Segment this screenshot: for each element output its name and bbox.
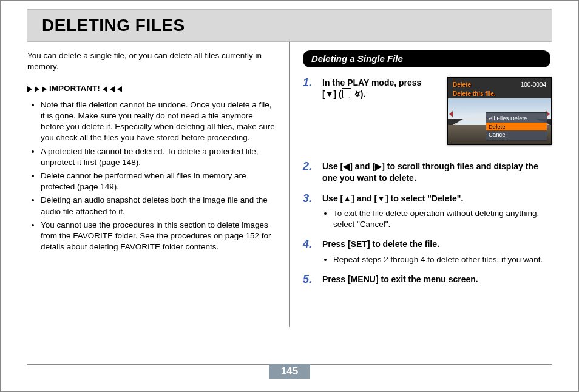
list-item: Delete cannot be performed when all file… — [41, 171, 276, 192]
step-number: 5. — [303, 274, 316, 286]
flash-icon: ↯ — [353, 89, 361, 100]
trash-icon — [342, 90, 350, 98]
right-column: Deleting a Single File 1. In the PLAY mo… — [290, 50, 552, 346]
step-text: Press [MENU] to exit the menu screen. — [322, 274, 478, 284]
section-heading: Deleting a Single File — [303, 50, 550, 67]
lcd-file-number: 100-0004 — [521, 81, 546, 89]
step-sub-item: To exit the file delete operation withou… — [333, 208, 552, 230]
step-text: Press [SET] to delete the file. — [322, 239, 439, 249]
important-list: Note that file deletion cannot be undone… — [27, 100, 276, 253]
lcd-message: Delete this file. — [453, 90, 496, 98]
lcd-menu-item: Cancel — [489, 130, 544, 139]
lcd-menu-item-selected: Delete — [486, 123, 547, 131]
triangle-right-icon — [35, 86, 39, 92]
step-text: Use [◀] and [▶] to scroll through files … — [322, 161, 538, 183]
left-column: You can delete a single file, or you can… — [27, 50, 290, 346]
step-text: ). — [361, 89, 366, 99]
step-sub-item: Repeat steps 2 through 4 to delete other… — [333, 254, 552, 265]
lcd-title: Delete — [453, 81, 471, 89]
step-4: 4. Press [SET] to delete the file. Repea… — [303, 238, 552, 265]
triangle-left-icon — [110, 86, 115, 92]
triangle-right-icon — [42, 86, 47, 92]
intro-text: You can delete a single file, or you can… — [27, 50, 276, 72]
step-5: 5. Press [MENU] to exit the menu screen. — [303, 274, 552, 286]
title-bar: DELETING FILES — [27, 9, 552, 42]
important-heading: IMPORTANT! — [27, 83, 276, 94]
step-1: 1. In the PLAY mode, press [▼] ( ↯). — [303, 77, 438, 100]
step-3: 3. Use [▲] and [▼] to select "Delete". T… — [303, 193, 552, 231]
list-item: Note that file deletion cannot be undone… — [41, 100, 276, 144]
step-number: 2. — [303, 161, 316, 184]
step-2: 2. Use [◀] and [▶] to scroll through fil… — [303, 161, 552, 184]
list-item: Deleting an audio snapshot deletes both … — [41, 195, 276, 217]
triangle-right-icon — [27, 86, 32, 92]
triangle-left-icon — [117, 86, 122, 92]
column-separator — [290, 42, 290, 327]
page-footer: 145 — [27, 364, 552, 379]
triangle-left-icon — [103, 86, 107, 92]
step-number: 4. — [303, 238, 316, 265]
lcd-menu: All Files Delete Delete Cancel — [486, 112, 547, 141]
important-label: IMPORTANT! — [49, 83, 100, 94]
page-title: DELETING FILES — [42, 16, 185, 35]
step-number: 3. — [303, 193, 316, 231]
step-text: Use [▲] and [▼] to select "Delete". — [322, 194, 463, 203]
list-item: You cannot use the procedures in this se… — [41, 220, 276, 253]
step-number: 1. — [303, 77, 316, 100]
lcd-left-arrow-icon — [449, 111, 453, 117]
camera-lcd: Delete 100-0004 Delete this file. All Fi… — [447, 77, 552, 145]
list-item: A protected file cannot be deleted. To d… — [41, 146, 276, 168]
page-number: 145 — [269, 364, 310, 379]
lcd-menu-item: All Files Delete — [489, 114, 544, 123]
step-text: In the PLAY mode, press [▼] ( — [322, 78, 421, 99]
